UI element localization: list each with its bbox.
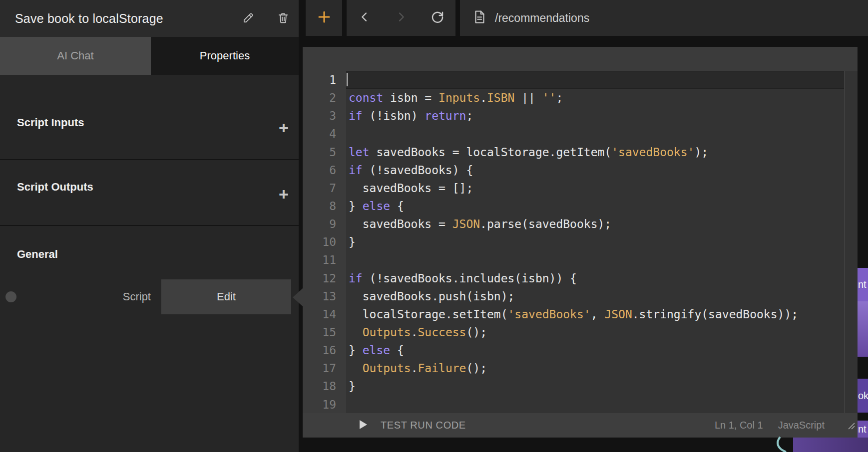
sidebar-tabs: AI Chat Properties [0,37,299,75]
line-number: 3 [303,107,346,125]
properties-sidebar: Save book to localStorage [0,0,299,452]
code-line[interactable]: Outputs.Failure(); [346,359,858,377]
back-button[interactable] [356,9,373,26]
line-number: 8 [303,197,346,215]
code-line[interactable]: localStorage.setItem('savedBooks', JSON.… [346,305,858,323]
toolbar-add-tile [306,0,342,36]
code-line[interactable]: if (!isbn) return; [346,107,858,125]
play-icon [359,420,368,432]
app-window: Save book to localStorage [0,0,868,452]
line-number: 5 [303,143,346,161]
test-run-code-label[interactable]: TEST RUN CODE [381,420,466,431]
page-title: Save book to localStorage [15,11,163,26]
pencil-icon [242,11,255,26]
add-page-button[interactable] [316,9,333,26]
code-line[interactable]: Outputs.Success(); [346,323,858,341]
button-text-fragment: ok [858,390,868,402]
code-line[interactable]: if (!savedBooks.includes(isbn)) { [346,269,858,287]
script-inputs-heading: Script Inputs [17,116,84,129]
current-page-path[interactable]: /recommendations [495,11,589,25]
code-line[interactable]: } [346,233,858,251]
status-right-group: Ln 1, Col 1 JavaScript [715,420,858,431]
line-number: 18 [303,377,346,395]
code-line[interactable]: } else { [346,341,858,359]
line-number: 12 [303,269,346,287]
button-text-fragment: nt [858,424,867,435]
line-number: 9 [303,215,346,233]
code-line[interactable]: savedBooks = JSON.parse(savedBooks); [346,215,858,233]
line-number: 4 [303,125,346,143]
line-number: 15 [303,323,346,341]
chevron-right-icon [394,10,408,26]
code-line[interactable]: } [346,377,858,395]
line-number: 1 [303,71,346,89]
page-selector-button[interactable] [471,9,488,26]
code-lines[interactable]: const isbn = Inputs.ISBN || '';if (!isbn… [346,71,858,414]
decorative-curve [772,437,802,452]
code-line[interactable]: let savedBooks = localStorage.getItem('s… [346,143,858,161]
code-line[interactable]: savedBooks = []; [346,179,858,197]
forward-button[interactable] [393,9,410,26]
page-button-fragment[interactable]: nt [858,268,868,301]
resize-handle-icon[interactable] [847,421,856,430]
code-line[interactable] [346,71,858,89]
line-number: 13 [303,287,346,305]
refresh-button[interactable] [429,9,446,26]
edit-script-button[interactable]: Edit [161,279,291,314]
code-line[interactable] [346,396,858,414]
page-button-fragment[interactable]: ok [858,379,868,413]
line-number: 6 [303,161,346,179]
line-number: 19 [303,396,346,414]
chevron-left-icon [358,10,372,26]
page-card-fragment [793,438,868,452]
code-line[interactable] [346,125,858,143]
line-number: 11 [303,251,346,269]
tab-ai-chat[interactable]: AI Chat [0,37,151,75]
language-status: JavaScript [778,420,825,431]
line-number: 16 [303,341,346,359]
toolbar-url-tile: /recommendations [460,0,868,36]
run-code-button[interactable] [359,421,368,431]
code-line[interactable] [346,251,858,269]
button-text-fragment: nt [858,279,867,290]
gutter: 12345678910111213141516171819 [303,71,346,414]
binding-dot-icon [5,291,16,302]
page-element-fragment[interactable] [858,301,868,357]
line-number: 10 [303,233,346,251]
page-icon [472,9,487,26]
delete-button[interactable] [276,12,290,26]
rename-button[interactable] [241,12,255,26]
plus-icon [317,9,332,26]
sidebar-header: Save book to localStorage [0,0,299,38]
code-line[interactable]: } else { [346,197,858,215]
section-divider [0,225,299,226]
code-line[interactable]: const isbn = Inputs.ISBN || ''; [346,89,858,107]
editor-status-bar: TEST RUN CODE Ln 1, Col 1 JavaScript [303,413,858,438]
script-outputs-heading: Script Outputs [17,181,93,194]
popover-arrow [293,288,303,306]
page-button-fragment[interactable]: nt [858,421,868,438]
line-number: 7 [303,179,346,197]
tab-properties[interactable]: Properties [151,37,299,75]
add-script-output-button[interactable]: + [275,187,292,204]
refresh-icon [430,9,445,26]
line-number: 2 [303,89,346,107]
trash-icon [277,11,290,26]
code-line[interactable]: savedBooks.push(isbn); [346,287,858,305]
add-script-input-button[interactable]: + [275,120,292,137]
general-heading: General [17,248,58,261]
line-number: 17 [303,359,346,377]
toolbar-nav-tile [347,0,455,36]
script-field-label: Script [76,290,151,303]
cursor-position-status: Ln 1, Col 1 [715,420,763,431]
section-divider [0,159,299,160]
code-line[interactable]: if (!savedBooks) { [346,161,858,179]
text-cursor [347,73,348,86]
line-number: 14 [303,305,346,323]
code-editor-popover: 12345678910111213141516171819 const isbn… [303,47,858,438]
